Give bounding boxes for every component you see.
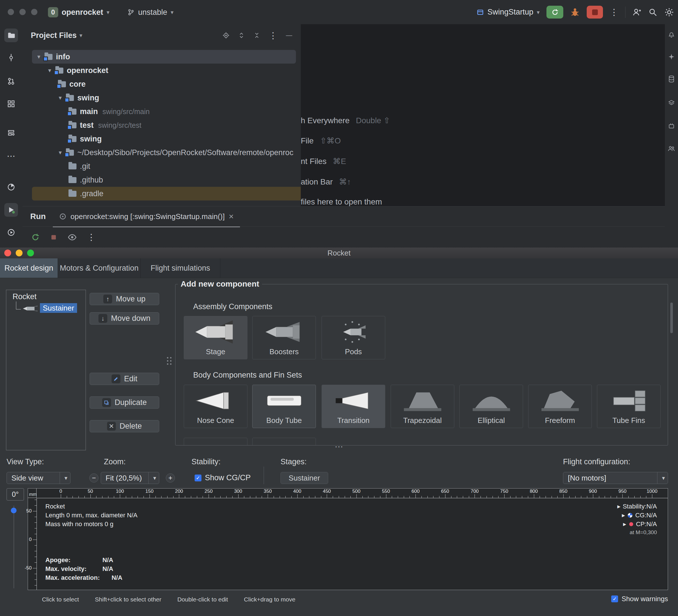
project-tool-icon[interactable] [4, 29, 18, 42]
component-partial-cell[interactable] [184, 438, 248, 446]
show-warnings-checkbox[interactable]: Show warnings [611, 595, 668, 603]
debug-button[interactable] [570, 7, 580, 17]
panel-collapse-grip[interactable] [328, 442, 350, 451]
structure-tool-icon[interactable] [4, 97, 18, 111]
stop-button[interactable] [587, 6, 603, 18]
flight-configuration-select[interactable]: [No motors] [563, 472, 668, 484]
tree-row-swing[interactable]: swing [32, 91, 301, 105]
tree-row-openrocket[interactable]: openrocket [32, 64, 301, 77]
collapse-all-icon[interactable] [253, 32, 260, 39]
tree-row-core[interactable]: core [32, 77, 301, 91]
more-tool-windows-icon[interactable] [4, 149, 18, 163]
run-more-options-icon[interactable] [87, 232, 96, 242]
show-cgcp-checkbox[interactable]: Show CG/CP [195, 474, 251, 482]
delete-button[interactable]: ✕Delete [89, 420, 159, 432]
assembly-components-title: Assembly Components [193, 302, 272, 311]
panel-options-icon[interactable] [269, 31, 277, 41]
commit-tool-icon[interactable] [4, 51, 18, 65]
tree-row-info[interactable]: info [32, 50, 296, 64]
component-tube-fins-button[interactable]: Tube Fins [597, 385, 661, 428]
run-button[interactable] [547, 6, 563, 18]
tree-row-test[interactable]: testswing/src/test [32, 118, 301, 132]
splitter-grip[interactable] [167, 357, 172, 370]
component-pods-button[interactable]: Pods [322, 316, 385, 359]
zoom-select[interactable]: Fit (20,5%) [101, 472, 159, 484]
chevron-down-icon[interactable] [56, 149, 64, 156]
build-tool-icon[interactable] [666, 97, 677, 109]
zoom-out-button[interactable]: − [89, 474, 99, 483]
chevron-down-icon[interactable] [56, 94, 64, 101]
tree-row-project-path[interactable]: ~/Desktop/Sibo/Projects/OpenRocket/Softw… [32, 146, 301, 159]
expand-all-icon[interactable] [238, 32, 245, 39]
code-with-me-icon[interactable] [666, 143, 677, 154]
plugin-icon[interactable] [666, 120, 677, 131]
services-tool-icon[interactable] [4, 225, 18, 239]
ai-assistant-icon[interactable] [666, 51, 677, 63]
close-tab-icon[interactable] [229, 212, 234, 221]
move-up-button[interactable]: ↑Move up [89, 293, 159, 305]
tab-flight-simulations[interactable]: Flight simulations [141, 258, 220, 278]
component-boosters-button[interactable]: Boosters [252, 316, 316, 359]
branch-selector[interactable]: unstable [127, 6, 174, 18]
minimize-button[interactable] [16, 250, 23, 256]
component-body-tube-button[interactable]: Body Tube [252, 385, 316, 428]
tree-row-gradle[interactable]: .gradle [32, 187, 301, 201]
duplicate-button[interactable]: Duplicate [89, 397, 159, 409]
tree-root-rocket[interactable]: Rocket [12, 292, 37, 301]
database-icon[interactable] [666, 73, 677, 85]
rotation-spinner[interactable]: 0° [7, 488, 24, 500]
run-config-selector[interactable]: SwingStartup [477, 6, 539, 18]
dependencies-tool-icon[interactable] [4, 126, 18, 140]
view-type-select[interactable]: Side view [7, 472, 71, 484]
more-actions-icon[interactable] [610, 7, 618, 17]
stop-process-icon[interactable] [50, 234, 58, 241]
notifications-bell-icon[interactable] [666, 29, 677, 40]
tab-rocket-design[interactable]: Rocket design [0, 258, 58, 278]
tree-row-git[interactable]: .git [32, 159, 301, 173]
pull-requests-icon[interactable] [4, 74, 18, 88]
component-nose-cone-button[interactable]: Nose Cone [184, 385, 248, 428]
minimize-button[interactable] [20, 9, 26, 15]
settings-gear-icon[interactable] [664, 7, 674, 17]
module-folder-icon [66, 150, 74, 156]
tree-row-github[interactable]: .github [32, 173, 301, 187]
cp-icon [629, 522, 634, 527]
component-trapezoidal-button[interactable]: Trapezoidal [391, 385, 454, 428]
add-user-icon[interactable] [632, 8, 641, 17]
project-view-selector[interactable]: Project Files [31, 31, 82, 40]
rerun-icon[interactable] [31, 233, 40, 242]
profiler-tool-icon[interactable] [4, 180, 18, 194]
locate-file-icon[interactable] [223, 32, 229, 39]
close-button[interactable] [4, 250, 11, 256]
chevron-down-icon[interactable] [46, 67, 54, 74]
tab-motors-configuration[interactable]: Motors & Configuration [58, 258, 141, 278]
tree-row-main[interactable]: mainswing/src/main [32, 105, 301, 118]
zoom-in-button[interactable]: + [166, 474, 175, 483]
show-output-eye-icon[interactable] [68, 234, 77, 241]
tree-row-swing-module[interactable]: swing [32, 132, 301, 146]
run-tab-bar: Run openrocket:swing [:swing:SwingStartu… [23, 206, 665, 227]
component-partial-cell[interactable] [252, 438, 316, 446]
tree-item-sustainer[interactable]: Sustainer [40, 303, 77, 313]
rotation-slider-handle[interactable] [11, 508, 16, 514]
run-tool-icon[interactable] [4, 203, 18, 217]
project-selector[interactable]: 0 openrocket [48, 6, 110, 18]
run-config-tab[interactable]: openrocket:swing [:swing:SwingStartup.ma… [53, 206, 240, 227]
component-stage-button[interactable]: Stage [184, 316, 248, 359]
rocket-figure-canvas[interactable]: mm 0501001502002503003504004505005506006… [28, 488, 668, 590]
edit-button[interactable]: Edit [89, 373, 159, 385]
scrollbar-thumb[interactable] [670, 302, 673, 333]
hint-line: File⇧⌘O [301, 136, 341, 146]
zoom-button[interactable] [27, 250, 34, 256]
rotation-slider-track[interactable] [13, 506, 14, 588]
search-icon[interactable] [648, 8, 657, 17]
component-transition-button[interactable]: Transition [322, 385, 385, 428]
maximize-button[interactable] [31, 9, 37, 15]
component-elliptical-button[interactable]: Elliptical [459, 385, 523, 428]
move-down-button[interactable]: ↓Move down [89, 312, 159, 325]
close-button[interactable] [8, 9, 14, 15]
component-freeform-button[interactable]: Freeform [528, 385, 592, 428]
stage-toggle-sustainer[interactable]: Sustainer [280, 472, 328, 484]
hide-panel-icon[interactable] [286, 32, 292, 39]
chevron-down-icon[interactable] [35, 53, 43, 60]
